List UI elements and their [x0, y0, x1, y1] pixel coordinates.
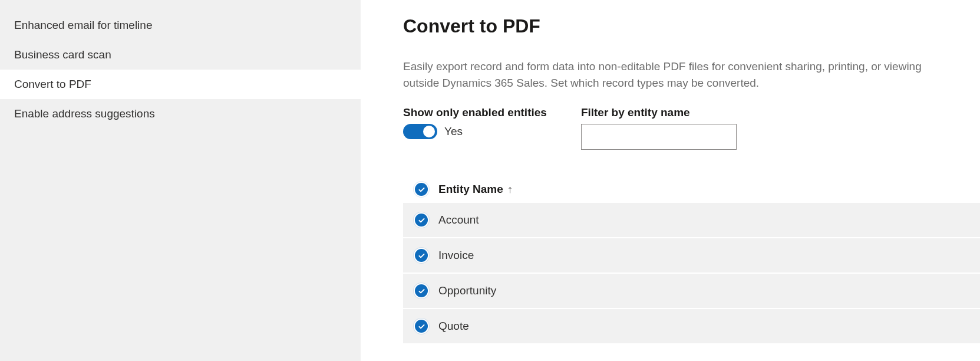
toggle-knob-icon [423, 126, 435, 137]
entity-name-cell: Quote [438, 320, 469, 333]
settings-sidebar: Enhanced email for timeline Business car… [0, 0, 361, 361]
page-title: Convert to PDF [403, 15, 980, 37]
row-check-icon[interactable] [415, 320, 428, 333]
entity-table: Entity Name ↑ Account Invoice [403, 176, 980, 344]
row-check-icon[interactable] [415, 284, 428, 297]
sidebar-item-label: Enable address suggestions [14, 107, 155, 120]
show-enabled-toggle[interactable] [403, 124, 437, 139]
toggle-group: Show only enabled entities Yes [403, 106, 547, 150]
toggle-state-text: Yes [444, 125, 463, 138]
toggle-label: Show only enabled entities [403, 106, 547, 119]
column-header-text: Entity Name [438, 183, 503, 195]
table-header-row[interactable]: Entity Name ↑ [403, 176, 980, 203]
column-header-entity-name[interactable]: Entity Name ↑ [438, 183, 513, 196]
sidebar-item-label: Convert to PDF [14, 78, 91, 90]
main-content: Convert to PDF Easily export record and … [361, 0, 980, 361]
entity-name-cell: Opportunity [438, 284, 496, 297]
sidebar-item-business-card-scan[interactable]: Business card scan [0, 40, 361, 70]
toggle-row: Yes [403, 124, 547, 139]
entity-name-cell: Account [438, 214, 479, 227]
sidebar-item-label: Business card scan [14, 48, 111, 61]
table-row[interactable]: Opportunity [403, 274, 980, 309]
select-all-check-icon[interactable] [415, 183, 428, 196]
controls-row: Show only enabled entities Yes Filter by… [403, 106, 980, 150]
row-check-icon[interactable] [415, 214, 428, 227]
filter-label: Filter by entity name [581, 106, 737, 119]
entity-name-cell: Invoice [438, 249, 474, 262]
sidebar-item-enhanced-email[interactable]: Enhanced email for timeline [0, 11, 361, 40]
sidebar-item-convert-to-pdf[interactable]: Convert to PDF [0, 70, 361, 99]
page-description: Easily export record and form data into … [403, 58, 933, 91]
table-row[interactable]: Account [403, 203, 980, 238]
sidebar-item-enable-address-suggestions[interactable]: Enable address suggestions [0, 99, 361, 129]
table-row[interactable]: Invoice [403, 238, 980, 274]
sidebar-item-label: Enhanced email for timeline [14, 19, 152, 31]
row-check-icon[interactable] [415, 249, 428, 262]
filter-entity-input[interactable] [581, 124, 737, 150]
sort-ascending-icon: ↑ [507, 183, 513, 195]
table-row[interactable]: Quote [403, 309, 980, 344]
filter-group: Filter by entity name [581, 106, 737, 150]
